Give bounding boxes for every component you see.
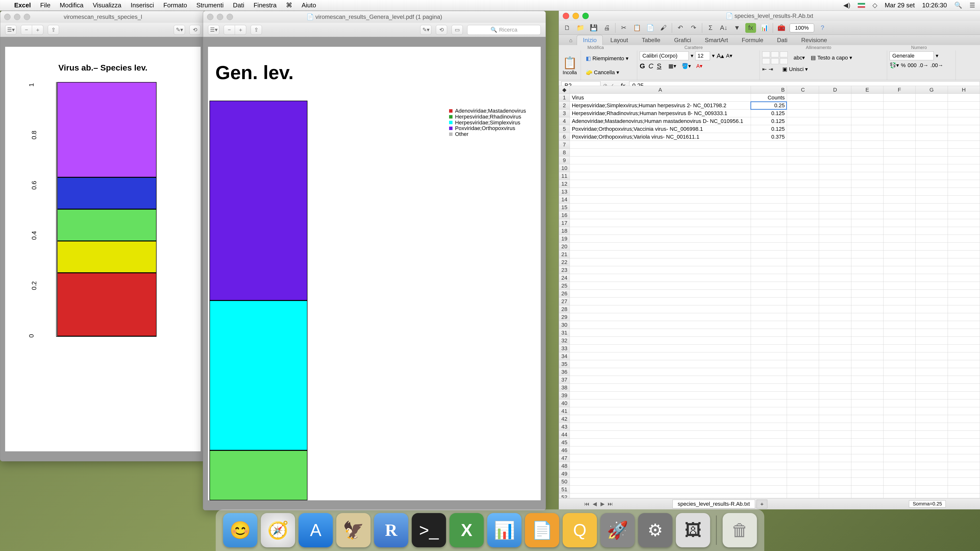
cell[interactable] bbox=[787, 353, 819, 360]
dock-safari[interactable]: 🧭 bbox=[261, 513, 295, 547]
cell[interactable] bbox=[819, 384, 851, 392]
cell[interactable] bbox=[851, 196, 883, 203]
cell[interactable] bbox=[787, 290, 819, 297]
cell[interactable] bbox=[751, 266, 787, 274]
font-color-icon[interactable]: A▾ bbox=[696, 63, 703, 69]
cell[interactable] bbox=[916, 235, 948, 243]
cell[interactable] bbox=[570, 297, 751, 305]
cell[interactable] bbox=[916, 415, 948, 423]
row-header[interactable]: 43 bbox=[559, 423, 570, 431]
cell[interactable] bbox=[751, 454, 787, 462]
row-header[interactable]: 25 bbox=[559, 282, 570, 290]
cell[interactable] bbox=[751, 282, 787, 290]
cell[interactable] bbox=[883, 251, 915, 258]
indent-dec-icon[interactable]: ⇤ bbox=[762, 66, 767, 73]
cell[interactable] bbox=[819, 313, 851, 321]
cell[interactable] bbox=[570, 423, 751, 431]
row-header[interactable]: 23 bbox=[559, 266, 570, 274]
markup-icon[interactable]: ✎▾ bbox=[174, 25, 185, 35]
cell[interactable] bbox=[751, 478, 787, 486]
sheet-tab[interactable]: species_level_results-R.Ab.txt bbox=[673, 500, 755, 508]
cell[interactable] bbox=[570, 353, 751, 360]
cell[interactable] bbox=[948, 360, 980, 368]
cell[interactable] bbox=[883, 133, 915, 141]
cell[interactable] bbox=[948, 227, 980, 235]
rotate-icon[interactable]: ⟲ bbox=[189, 25, 200, 35]
cell[interactable] bbox=[787, 297, 819, 305]
dock-terminal[interactable]: >_ bbox=[412, 513, 446, 547]
cell[interactable] bbox=[851, 470, 883, 478]
cell[interactable] bbox=[787, 337, 819, 345]
cell[interactable] bbox=[751, 423, 787, 431]
cell[interactable] bbox=[819, 478, 851, 486]
pdf2-titlebar[interactable]: 📄 viromescan_results_Genera_level.pdf (1… bbox=[203, 11, 546, 23]
cell[interactable] bbox=[948, 125, 980, 133]
cell[interactable] bbox=[787, 203, 819, 211]
cell[interactable] bbox=[916, 227, 948, 235]
cell[interactable] bbox=[948, 462, 980, 470]
cell[interactable] bbox=[819, 431, 851, 438]
cell[interactable] bbox=[883, 345, 915, 353]
cell[interactable] bbox=[787, 235, 819, 243]
row-header[interactable]: 37 bbox=[559, 376, 570, 384]
cell[interactable] bbox=[851, 446, 883, 454]
cell[interactable] bbox=[851, 266, 883, 274]
cell[interactable] bbox=[819, 376, 851, 384]
cell[interactable] bbox=[883, 172, 915, 180]
cell[interactable] bbox=[883, 438, 915, 446]
cell[interactable] bbox=[819, 258, 851, 266]
row-header[interactable]: 29 bbox=[559, 313, 570, 321]
clear-button[interactable]: 🧽Cancella ▾ bbox=[583, 68, 635, 77]
cell[interactable] bbox=[570, 164, 751, 172]
redo-icon[interactable]: ↷ bbox=[689, 23, 698, 33]
cell[interactable] bbox=[916, 313, 948, 321]
cell[interactable] bbox=[570, 188, 751, 196]
cell[interactable] bbox=[570, 282, 751, 290]
cell[interactable] bbox=[751, 360, 787, 368]
col-header[interactable]: E bbox=[851, 86, 883, 94]
cell[interactable] bbox=[916, 423, 948, 431]
cell[interactable] bbox=[883, 446, 915, 454]
cell[interactable] bbox=[751, 321, 787, 329]
cell[interactable] bbox=[948, 345, 980, 353]
help-icon[interactable]: ? bbox=[818, 23, 827, 33]
cell[interactable] bbox=[851, 243, 883, 251]
cell[interactable] bbox=[751, 157, 787, 164]
cell[interactable] bbox=[883, 321, 915, 329]
cell[interactable] bbox=[883, 431, 915, 438]
cell[interactable] bbox=[819, 470, 851, 478]
cell[interactable] bbox=[883, 478, 915, 486]
cell[interactable] bbox=[787, 399, 819, 407]
cell[interactable] bbox=[787, 454, 819, 462]
cell[interactable] bbox=[948, 494, 980, 499]
cell[interactable] bbox=[948, 149, 980, 157]
cell[interactable] bbox=[916, 345, 948, 353]
row-header[interactable]: 8 bbox=[559, 149, 570, 157]
filter-icon[interactable]: ▼ bbox=[732, 23, 742, 33]
open-icon[interactable]: 📁 bbox=[576, 23, 585, 33]
cell[interactable] bbox=[916, 353, 948, 360]
cell[interactable] bbox=[819, 172, 851, 180]
cell[interactable] bbox=[819, 345, 851, 353]
cell[interactable] bbox=[851, 258, 883, 266]
font-size-selector[interactable]: 12 bbox=[695, 51, 710, 60]
cell[interactable] bbox=[819, 251, 851, 258]
spreadsheet-grid[interactable]: ◆ABCDEFGH1VirusCounts2Herpesviridae;Simp… bbox=[559, 86, 980, 498]
cell[interactable] bbox=[883, 470, 915, 478]
cell[interactable] bbox=[851, 407, 883, 415]
cell[interactable] bbox=[787, 149, 819, 157]
cell[interactable] bbox=[819, 454, 851, 462]
cell[interactable]: Virus bbox=[570, 94, 751, 102]
cell[interactable] bbox=[948, 274, 980, 282]
cell[interactable] bbox=[851, 172, 883, 180]
tab-inizio[interactable]: Inizio bbox=[577, 35, 603, 45]
cell[interactable] bbox=[916, 211, 948, 219]
chart-icon[interactable]: 📊 bbox=[759, 23, 769, 33]
cell[interactable] bbox=[883, 94, 915, 102]
cell[interactable] bbox=[787, 431, 819, 438]
paste-icon[interactable]: 📄 bbox=[645, 23, 655, 33]
cell[interactable] bbox=[787, 172, 819, 180]
cell[interactable] bbox=[883, 211, 915, 219]
row-header[interactable]: 1 bbox=[559, 94, 570, 102]
cell[interactable] bbox=[883, 243, 915, 251]
